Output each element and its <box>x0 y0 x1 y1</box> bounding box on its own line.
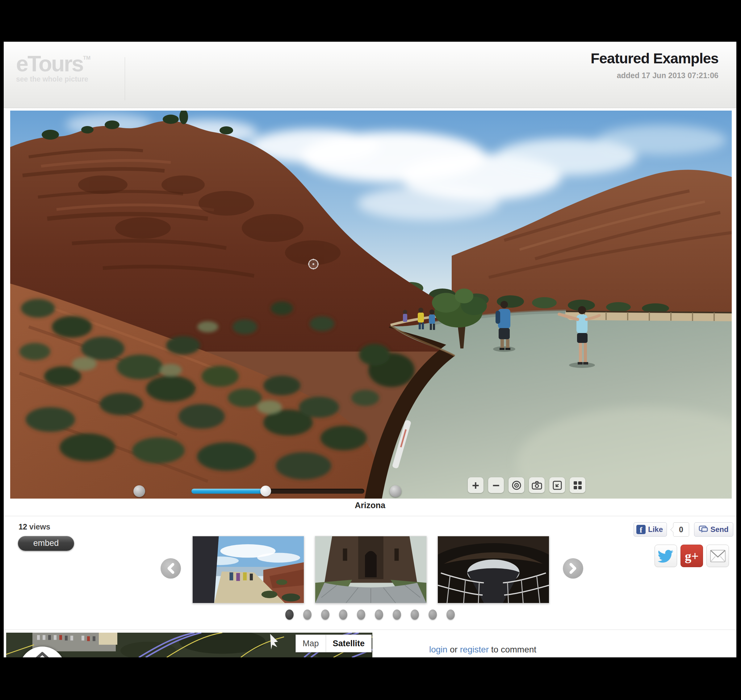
facebook-send-button[interactable]: Send <box>694 522 733 537</box>
page-title: Featured Examples <box>591 50 719 67</box>
twitter-button[interactable] <box>654 545 677 567</box>
fullscreen-button[interactable] <box>549 477 565 493</box>
carousel-dot[interactable] <box>303 609 311 620</box>
zoom-slider-handle[interactable] <box>260 485 271 496</box>
register-link[interactable]: register <box>460 645 489 654</box>
panorama-viewer[interactable]: + − <box>10 110 732 499</box>
tiles-button[interactable] <box>570 477 585 493</box>
chevron-left-icon <box>166 563 175 574</box>
thumbnail-tunnel-walkway[interactable] <box>437 536 549 603</box>
tiles-icon <box>573 480 583 490</box>
carousel-dot[interactable] <box>339 609 347 620</box>
screen: eToursTM see the whole picture Featured … <box>0 0 741 700</box>
comment-prompt: login or register to comment <box>429 645 536 654</box>
zoom-out-button[interactable]: − <box>488 477 504 493</box>
views-label: views <box>29 522 50 531</box>
map-button[interactable]: Map <box>296 635 326 652</box>
zoom-slider[interactable] <box>191 489 364 494</box>
compass-icon <box>512 480 521 490</box>
pan-right-knob[interactable] <box>390 485 401 497</box>
twitter-icon <box>658 549 674 563</box>
zoom-in-icon: + <box>472 479 479 491</box>
panorama-caption: Arizona <box>355 501 385 510</box>
etours-page: eToursTM see the whole picture Featured … <box>4 42 737 657</box>
camera-button[interactable] <box>529 477 544 493</box>
logo-tagline: see the whole picture <box>16 75 91 84</box>
header-divider <box>125 57 125 100</box>
like-label: Like <box>648 525 663 534</box>
googleplus-button[interactable]: g+ <box>681 545 703 567</box>
thumbnail-red-rocks-overlook[interactable] <box>192 536 304 603</box>
logo-tm: TM <box>83 55 91 61</box>
carousel-dot[interactable] <box>357 609 365 620</box>
carousel-dot[interactable] <box>285 609 293 620</box>
zoom-slider-fill <box>191 489 266 494</box>
thumbnail-cathedral[interactable] <box>315 536 427 603</box>
views-value: 12 <box>19 522 27 531</box>
speech-bubble-icon <box>699 525 708 534</box>
zoom-out-icon: − <box>493 479 500 491</box>
zoom-in-button[interactable]: + <box>468 477 484 493</box>
panorama-image <box>10 110 732 499</box>
camera-icon <box>532 481 542 490</box>
carousel-prev-button[interactable] <box>161 558 181 579</box>
viewer-toolbar: + − <box>468 477 588 493</box>
googleplus-icon: g+ <box>685 549 699 563</box>
thumbnail-image <box>438 536 549 603</box>
pan-left-knob[interactable] <box>134 485 145 497</box>
facebook-icon: f <box>636 525 646 534</box>
carousel-dot[interactable] <box>446 609 455 620</box>
login-link[interactable]: login <box>429 645 448 654</box>
carousel-dots <box>4 609 737 620</box>
comment-suffix: to comment <box>489 645 536 654</box>
carousel-dot[interactable] <box>411 609 419 620</box>
etours-logo[interactable]: eToursTM see the whole picture <box>16 53 91 84</box>
divider <box>4 629 737 630</box>
title-block: Featured Examples added 17 Jun 2013 07:2… <box>591 50 719 80</box>
chevron-right-icon <box>568 563 578 574</box>
thumbnail-image <box>315 536 426 603</box>
added-timestamp: added 17 Jun 2013 07:21:06 <box>591 71 719 80</box>
carousel-dot[interactable] <box>393 609 401 620</box>
carousel-dot[interactable] <box>375 609 383 620</box>
thumbnail-image <box>193 536 304 603</box>
map-type-toggle: Map Satellite <box>295 634 372 653</box>
crosshair-icon <box>308 258 319 270</box>
chevron-up-icon <box>34 651 51 657</box>
carousel-next-button[interactable] <box>563 558 583 579</box>
compass-button[interactable] <box>509 477 524 493</box>
header: eToursTM see the whole picture Featured … <box>4 42 737 108</box>
carousel-dot[interactable] <box>321 609 329 620</box>
like-count-badge: 0 <box>673 522 689 537</box>
facebook-like-button[interactable]: f Like <box>634 522 667 537</box>
email-share-button[interactable] <box>706 545 729 567</box>
caption-bar: Arizona <box>4 501 737 510</box>
embed-button[interactable]: embed <box>18 536 74 551</box>
carousel-dot[interactable] <box>428 609 437 620</box>
send-label: Send <box>710 525 729 534</box>
envelope-icon <box>710 550 726 563</box>
views-count: 12 views <box>19 522 50 531</box>
logo-brand: eTours <box>16 51 83 76</box>
or-text: or <box>448 645 460 654</box>
fullscreen-icon <box>552 480 562 490</box>
satellite-button[interactable]: Satellite <box>326 635 372 652</box>
